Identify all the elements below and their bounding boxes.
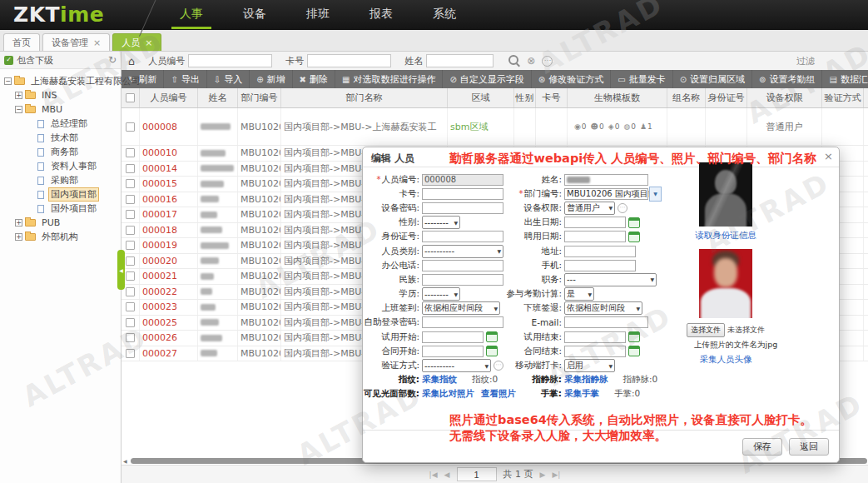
verify-mode-select[interactable]: ----------▼ — [422, 359, 491, 372]
set-area-button[interactable]: ⊙设置归属区域 — [673, 70, 752, 88]
row-checkbox[interactable] — [126, 271, 135, 281]
include-sub-checkbox[interactable]: ✓ — [4, 56, 13, 65]
collect-link[interactable]: 采集指静脉 — [564, 374, 608, 386]
close-icon[interactable]: × — [824, 150, 833, 162]
row-checkbox[interactable] — [126, 148, 135, 157]
tree-item-1[interactable]: −上海赫磊安装工程有限公司 — [0, 74, 121, 88]
calendar-icon[interactable] — [628, 331, 640, 342]
close-icon[interactable]: × — [93, 38, 101, 47]
hire-date-input[interactable] — [564, 231, 626, 242]
batch-card-button[interactable]: ▭批量发卡 — [611, 70, 672, 88]
contract-start-input[interactable] — [422, 346, 484, 357]
row-checkbox[interactable] — [126, 122, 135, 132]
calendar-icon[interactable] — [628, 217, 640, 228]
expander-icon[interactable]: + — [15, 92, 22, 99]
import-button[interactable]: ⇩导入 — [207, 70, 250, 88]
office-phone-input[interactable] — [422, 260, 503, 271]
nav-item-5[interactable]: 系统 — [413, 0, 476, 30]
card-no-input[interactable] — [422, 188, 503, 200]
next-page-icon[interactable]: ▶ — [540, 471, 546, 479]
tree-item-11[interactable]: +PUB — [0, 216, 121, 230]
person-type-select[interactable]: ----------▼ — [422, 245, 503, 258]
row-checkbox[interactable] — [126, 179, 135, 188]
tree-item-10[interactable]: 国外项目部 — [0, 202, 121, 216]
dept-no-combo[interactable]: MBU10206 国内项目部 — [564, 188, 648, 200]
collect-link[interactable]: 采集手掌 — [564, 388, 599, 400]
delete-button[interactable]: ✖删除 — [293, 70, 335, 88]
row-checkbox[interactable] — [126, 349, 135, 358]
row-checkbox[interactable] — [126, 210, 135, 219]
calendar-icon[interactable] — [628, 346, 640, 356]
collect-link[interactable]: 采集比对照片 — [422, 388, 474, 400]
custom-fields-button[interactable]: ⊘自定义显示字段 — [443, 70, 531, 88]
probation-end-input[interactable] — [564, 331, 626, 343]
row-checkbox[interactable] — [126, 287, 135, 296]
mobile-punch-select[interactable]: 启用▼ — [564, 359, 615, 372]
row-checkbox[interactable] — [126, 333, 135, 342]
person-id-input[interactable]: 000008 — [422, 174, 503, 186]
tab-2[interactable]: 设备管理× — [42, 33, 110, 51]
device-privilege-select[interactable]: 普通用户▼ — [564, 202, 615, 215]
checkout-rule-select[interactable]: 依据相应时间段▼ — [564, 301, 642, 315]
close-icon[interactable]: × — [145, 38, 152, 47]
table-row[interactable]: 000008MBU10206国内项目部->MBU->上海赫磊安装工sbm区域◉0… — [122, 108, 868, 146]
first-page-icon[interactable]: |◀ — [429, 471, 438, 479]
set-group-button[interactable]: ⊚设置考勤组 — [752, 70, 822, 88]
tree-item-3[interactable]: −MBU — [0, 102, 121, 117]
last-page-icon[interactable]: ▶| — [552, 471, 560, 479]
row-checkbox[interactable] — [126, 195, 135, 204]
batch-ops-button[interactable]: ▦对选取数据进行操作 — [335, 70, 443, 88]
dropdown-button[interactable]: ▼ — [649, 187, 662, 202]
read-id-card-link[interactable]: 读取身份证信息 — [694, 230, 757, 242]
row-checkbox[interactable] — [126, 164, 135, 173]
refresh-icon[interactable]: ↻ — [108, 54, 117, 66]
verify-mode-button[interactable]: ⊛修改验证方式 — [532, 70, 611, 88]
tree-item-12[interactable]: +外部机构 — [0, 230, 121, 244]
export-button[interactable]: ⇧导出 — [164, 70, 206, 88]
name-input[interactable] — [564, 174, 648, 186]
nav-item-1[interactable]: 人事 — [160, 0, 223, 30]
prev-page-icon[interactable]: ◀ — [444, 471, 450, 479]
id-card-input[interactable] — [422, 231, 503, 242]
sidebar-collapse-handle[interactable]: ◀ — [117, 250, 125, 290]
tree-item-6[interactable]: 商务部 — [0, 145, 121, 159]
search-input-3[interactable] — [426, 54, 494, 67]
email-input[interactable] — [564, 316, 648, 328]
page-input[interactable] — [457, 467, 497, 481]
search-input-2[interactable] — [307, 54, 391, 67]
expander-icon[interactable]: − — [15, 106, 22, 113]
row-checkbox[interactable] — [126, 241, 135, 250]
probation-start-input[interactable] — [422, 331, 484, 343]
tree-item-2[interactable]: +INS — [0, 88, 121, 102]
add-button[interactable]: ⊕新增 — [250, 70, 292, 88]
nav-item-2[interactable]: 设备 — [223, 0, 286, 30]
collect-avatar-link[interactable]: 采集人员头像 — [694, 354, 757, 366]
tab-3[interactable]: 人员× — [112, 33, 161, 51]
expander-icon[interactable]: − — [4, 77, 12, 85]
tab-1[interactable]: 首页 — [3, 33, 40, 51]
cho​ose-file-button[interactable]: 选择文件 — [687, 323, 725, 337]
row-checkbox[interactable] — [126, 226, 135, 235]
ethnicity-input[interactable] — [422, 274, 503, 286]
self-password-input[interactable] — [422, 316, 503, 328]
tree-item-8[interactable]: 采购部 — [0, 173, 121, 187]
search-icon[interactable] — [508, 55, 518, 65]
tree-item-9[interactable]: 国内项目部 — [0, 187, 121, 202]
data-summary-button[interactable]: ▤数据汇总 — [822, 70, 868, 88]
contract-end-input[interactable] — [564, 346, 626, 357]
clear-search-icon[interactable]: ⊗ — [527, 55, 535, 67]
calendar-icon[interactable] — [486, 346, 498, 356]
birth-date-input[interactable] — [564, 217, 626, 228]
collect-link[interactable]: 采集指纹 — [422, 374, 457, 386]
education-select[interactable]: --------▼ — [422, 287, 460, 301]
tree-item-4[interactable]: 总经理部 — [0, 117, 121, 131]
checkin-rule-select[interactable]: 依据相应时间段▼ — [422, 301, 500, 315]
expander-icon[interactable]: + — [15, 219, 22, 227]
tree-item-5[interactable]: 技术部 — [0, 131, 121, 145]
attendance-calc-select[interactable]: 是▼ — [564, 287, 594, 301]
device-password-input[interactable] — [422, 202, 503, 214]
tree-item-7[interactable]: 资料人事部 — [0, 159, 121, 173]
address-input[interactable] — [564, 246, 636, 257]
home-icon[interactable]: ⌂ — [128, 55, 135, 67]
nav-item-3[interactable]: 排班 — [286, 0, 350, 30]
